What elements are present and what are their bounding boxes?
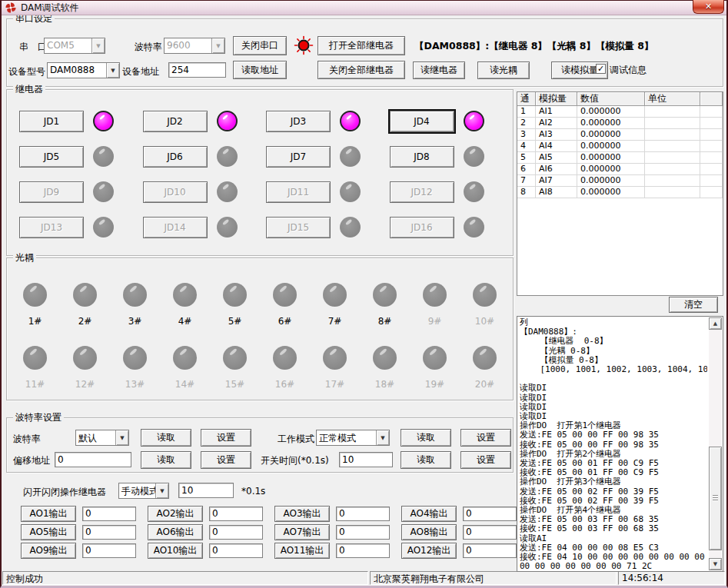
ao4-output-button[interactable]: AO4输出	[401, 506, 457, 522]
col-header-value[interactable]: 数值	[577, 92, 645, 106]
baud-set-button[interactable]: 设置	[201, 429, 251, 447]
analog-table-row[interactable]: 4AI40.000000	[517, 141, 723, 152]
ao8-output-input[interactable]	[463, 525, 517, 540]
analog-table-row[interactable]: 1AI10.000000	[517, 106, 723, 118]
address-input[interactable]	[168, 62, 226, 78]
ao4-output-input[interactable]	[463, 507, 517, 521]
ao9-output-input[interactable]	[82, 543, 136, 558]
ao2-output-button[interactable]: AO2输出	[148, 506, 203, 522]
read-address-button[interactable]: 读取地址	[233, 61, 287, 79]
ao3-output-button[interactable]: AO3输出	[274, 506, 330, 522]
log-scrollbar[interactable]: ▲ ▼	[709, 317, 722, 570]
ao9-output-button[interactable]: AO9输出	[21, 543, 76, 559]
debug-info-checkbox[interactable]: ✓	[596, 64, 606, 74]
opto-led-8	[373, 283, 397, 307]
relay-button-jd3[interactable]: JD3	[266, 111, 331, 132]
read-relay-button[interactable]: 读继电器	[413, 61, 465, 79]
relay-button-jd16[interactable]: JD16	[390, 217, 454, 238]
analog-table-cell: 5	[517, 152, 536, 164]
open-all-relays-button[interactable]: 打开全部继电器	[317, 36, 405, 55]
relay-cell: JD7	[261, 146, 385, 181]
ao12-output-button[interactable]: AO12输出	[401, 543, 457, 559]
switch-time-input[interactable]	[339, 452, 393, 467]
scroll-grip-icon	[713, 495, 718, 501]
ao10-output-button[interactable]: AO10输出	[148, 543, 203, 559]
analog-table-row[interactable]: 6AI60.000000	[517, 164, 723, 175]
ao7-output-button[interactable]: AO7输出	[274, 524, 330, 540]
baudrate-combo[interactable]: 9600 ▼	[164, 38, 225, 54]
relay-button-jd12[interactable]: JD12	[390, 181, 454, 203]
relay-grid: JD1JD2JD3JD4JD5JD6JD7JD8JD9JD10JD11JD12J…	[15, 111, 508, 252]
flash-time-input[interactable]	[178, 483, 234, 498]
analog-table-row[interactable]: 7AI70.000000	[517, 175, 723, 187]
offset-set-button[interactable]: 设置	[201, 451, 251, 469]
ao1-output-button[interactable]: AO1输出	[21, 506, 76, 522]
relay-button-jd2[interactable]: JD2	[143, 111, 208, 132]
close-all-relays-button[interactable]: 关闭全部继电器	[317, 61, 405, 79]
scroll-down-button[interactable]: ▼	[709, 558, 722, 570]
work-mode-combo[interactable]: 正常模式 ▼	[316, 430, 390, 446]
ao8-output-button[interactable]: AO8输出	[401, 524, 457, 540]
col-header-analog[interactable]: 模拟量	[536, 92, 577, 106]
baud-read-button[interactable]: 读取	[141, 429, 191, 447]
relay-button-jd4[interactable]: JD4	[390, 111, 454, 132]
flash-mode-combo[interactable]: 手动模式 ▼	[118, 483, 169, 499]
relay-button-jd11[interactable]: JD11	[266, 181, 331, 203]
ao5-output-button[interactable]: AO5输出	[21, 524, 76, 540]
col-header-blank	[700, 92, 723, 106]
relay-button-jd15[interactable]: JD15	[266, 217, 331, 238]
time-set-button[interactable]: 设置	[460, 451, 511, 469]
relay-button-jd9[interactable]: JD9	[19, 181, 84, 203]
relay-button-jd7[interactable]: JD7	[266, 146, 331, 168]
relay-button-jd10[interactable]: JD10	[143, 181, 208, 203]
ao2-output-input[interactable]	[209, 507, 263, 521]
opto-label-5: 5#	[228, 316, 242, 327]
ao3-output-input[interactable]	[336, 507, 390, 521]
ao6-output-button[interactable]: AO6输出	[148, 524, 203, 540]
ao11-output-button[interactable]: AO11输出	[274, 543, 330, 559]
opto-label-2: 2#	[78, 316, 92, 327]
ao5-output-input[interactable]	[82, 525, 136, 540]
analog-table-row[interactable]: 8AI80.000000	[517, 187, 723, 198]
ao10-output-input[interactable]	[209, 543, 263, 558]
ao1-output-input[interactable]	[82, 507, 136, 521]
opto-led-6	[273, 283, 297, 307]
col-header-unit[interactable]: 单位	[645, 92, 700, 106]
offset-address-input[interactable]	[55, 452, 131, 467]
time-read-button[interactable]: 读取	[401, 451, 451, 469]
col-header-channel[interactable]: 通	[517, 92, 536, 106]
analog-table-row[interactable]: 3AI30.000000	[517, 129, 723, 141]
analog-table-row[interactable]: 5AI50.000000	[517, 152, 723, 164]
ao11-output-input[interactable]	[336, 543, 390, 558]
mode-set-button[interactable]: 设置	[460, 429, 511, 447]
log-area[interactable]: 列 【DAM0888】: 【继电器 0-8】 【光耦 0-8】 【模拟量 0-8…	[517, 316, 723, 572]
analog-table-row[interactable]: 2AI20.000000	[517, 118, 723, 129]
close-button[interactable]: ✕	[693, 0, 724, 14]
offset-read-button[interactable]: 读取	[141, 451, 191, 469]
opto-cell: 4#	[173, 280, 197, 343]
baud-setting-combo[interactable]: 默认 ▼	[75, 430, 129, 446]
opto-led-20	[473, 346, 497, 370]
ao6-output-input[interactable]	[209, 525, 263, 540]
relay-button-jd1[interactable]: JD1	[19, 111, 84, 132]
relay-button-jd14[interactable]: JD14	[143, 217, 208, 238]
read-opto-button[interactable]: 读光耦	[477, 61, 530, 79]
relay-button-jd6[interactable]: JD6	[143, 146, 208, 168]
scroll-up-button[interactable]: ▲	[709, 317, 722, 330]
scroll-thumb[interactable]	[709, 447, 722, 550]
relay-button-jd8[interactable]: JD8	[390, 146, 454, 168]
ao7-output-input[interactable]	[336, 525, 390, 540]
clear-log-button[interactable]: 清空	[669, 297, 718, 313]
analog-table-cell	[700, 175, 723, 187]
ao12-output-input[interactable]	[463, 543, 517, 558]
relay-button-jd5[interactable]: JD5	[19, 146, 84, 168]
mode-read-button[interactable]: 读取	[401, 429, 451, 447]
opto-cell: 3#	[123, 280, 147, 343]
relay-button-jd13[interactable]: JD13	[19, 217, 84, 238]
ao-cell: AO12输出	[397, 541, 524, 560]
close-port-button[interactable]: 关闭串口	[233, 36, 287, 55]
model-combo[interactable]: DAM0888 ▼	[47, 62, 120, 78]
relay-led-jd5	[93, 146, 114, 167]
port-combo[interactable]: COM5 ▼	[44, 38, 105, 54]
analog-table-cell	[700, 118, 723, 129]
